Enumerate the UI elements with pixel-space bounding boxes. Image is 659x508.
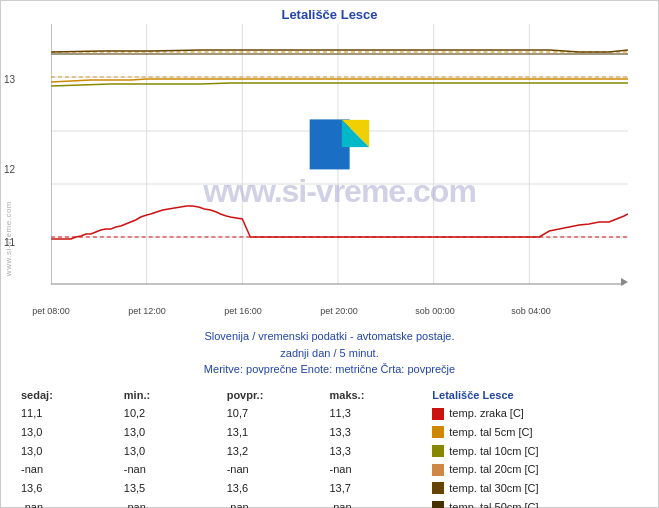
legend-label-0: temp. zraka [C] xyxy=(449,404,524,423)
col-min: min.: 10,2 13,0 13,0 -nan 13,5 -nan xyxy=(124,386,227,509)
y-label-13: 13 xyxy=(4,74,15,85)
val-min-4: 13,5 xyxy=(124,479,227,498)
val-maks-1: 13,3 xyxy=(329,423,432,442)
val-maks-0: 11,3 xyxy=(329,404,432,423)
header-min: min.: xyxy=(124,386,227,405)
legend-color-3 xyxy=(432,464,444,476)
x-label-2: pet 16:00 xyxy=(224,306,262,316)
legend-title: Letališče Lesce xyxy=(432,386,638,405)
legend-color-1 xyxy=(432,426,444,438)
watermark-logo xyxy=(309,119,369,169)
legend-row-3: temp. tal 20cm [C] xyxy=(432,460,638,479)
col-maks: maks.: 11,3 13,3 13,3 -nan 13,7 -nan xyxy=(329,386,432,509)
val-sedaj-0: 11,1 xyxy=(21,404,124,423)
x-label-1: pet 12:00 xyxy=(128,306,166,316)
subtitle3: Meritve: povprečne Enote: metrične Črta:… xyxy=(1,361,658,378)
val-maks-3: -nan xyxy=(329,460,432,479)
legend-row-5: temp. tal 50cm [C] xyxy=(432,498,638,508)
legend-col: Letališče Lesce temp. zraka [C] temp. ta… xyxy=(432,386,638,509)
chart-title: Letališče Lesce xyxy=(1,1,658,24)
val-sedaj-5: -nan xyxy=(21,498,124,508)
val-povpr-1: 13,1 xyxy=(227,423,330,442)
val-sedaj-3: -nan xyxy=(21,460,124,479)
val-povpr-5: -nan xyxy=(227,498,330,508)
stats-legend-area: sedaj: 11,1 13,0 13,0 -nan 13,6 -nan min… xyxy=(21,386,638,509)
legend-row-4: temp. tal 30cm [C] xyxy=(432,479,638,498)
val-sedaj-1: 13,0 xyxy=(21,423,124,442)
header-sedaj: sedaj: xyxy=(21,386,124,405)
val-min-2: 13,0 xyxy=(124,442,227,461)
val-povpr-3: -nan xyxy=(227,460,330,479)
legend-label-3: temp. tal 20cm [C] xyxy=(449,460,538,479)
val-min-1: 13,0 xyxy=(124,423,227,442)
val-maks-5: -nan xyxy=(329,498,432,508)
side-label-container: www.si-vreme.com xyxy=(1,51,15,351)
x-label-5: sob 04:00 xyxy=(511,306,551,316)
legend-color-4 xyxy=(432,482,444,494)
val-sedaj-4: 13,6 xyxy=(21,479,124,498)
x-label-3: pet 20:00 xyxy=(320,306,358,316)
col-povpr: povpr.: 10,7 13,1 13,2 -nan 13,6 -nan xyxy=(227,386,330,509)
legend-color-2 xyxy=(432,445,444,457)
val-povpr-0: 10,7 xyxy=(227,404,330,423)
val-maks-2: 13,3 xyxy=(329,442,432,461)
subtitle-area: Slovenija / vremenski podatki - avtomats… xyxy=(1,328,658,378)
legend-label-1: temp. tal 5cm [C] xyxy=(449,423,532,442)
legend-row-2: temp. tal 10cm [C] xyxy=(432,442,638,461)
val-min-0: 10,2 xyxy=(124,404,227,423)
legend-label-4: temp. tal 30cm [C] xyxy=(449,479,538,498)
legend-label-5: temp. tal 50cm [C] xyxy=(449,498,538,508)
svg-marker-12 xyxy=(621,278,628,286)
x-label-4: sob 00:00 xyxy=(415,306,455,316)
val-povpr-2: 13,2 xyxy=(227,442,330,461)
val-povpr-4: 13,6 xyxy=(227,479,330,498)
watermark: www.si-vreme.com xyxy=(203,119,476,210)
y-label-11: 11 xyxy=(4,237,15,248)
x-label-0: pet 08:00 xyxy=(32,306,70,316)
header-povpr: povpr.: xyxy=(227,386,330,405)
val-min-3: -nan xyxy=(124,460,227,479)
main-container: Letališče Lesce www.si-vreme.com 13 12 1… xyxy=(0,0,659,508)
x-axis-labels: pet 08:00 pet 12:00 pet 16:00 pet 20:00 … xyxy=(51,306,628,324)
header-maks: maks.: xyxy=(329,386,432,405)
watermark-text: www.si-vreme.com xyxy=(203,173,476,210)
legend-color-0 xyxy=(432,408,444,420)
subtitle2: zadnji dan / 5 minut. xyxy=(1,345,658,362)
val-min-5: -nan xyxy=(124,498,227,508)
y-label-12: 12 xyxy=(4,164,15,175)
legend-color-5 xyxy=(432,501,444,508)
legend-row-0: temp. zraka [C] xyxy=(432,404,638,423)
legend-label-2: temp. tal 10cm [C] xyxy=(449,442,538,461)
subtitle1: Slovenija / vremenski podatki - avtomats… xyxy=(1,328,658,345)
col-sedaj: sedaj: 11,1 13,0 13,0 -nan 13,6 -nan xyxy=(21,386,124,509)
val-sedaj-2: 13,0 xyxy=(21,442,124,461)
chart-wrapper: 13 12 11 xyxy=(51,24,628,324)
legend-row-1: temp. tal 5cm [C] xyxy=(432,423,638,442)
val-maks-4: 13,7 xyxy=(329,479,432,498)
